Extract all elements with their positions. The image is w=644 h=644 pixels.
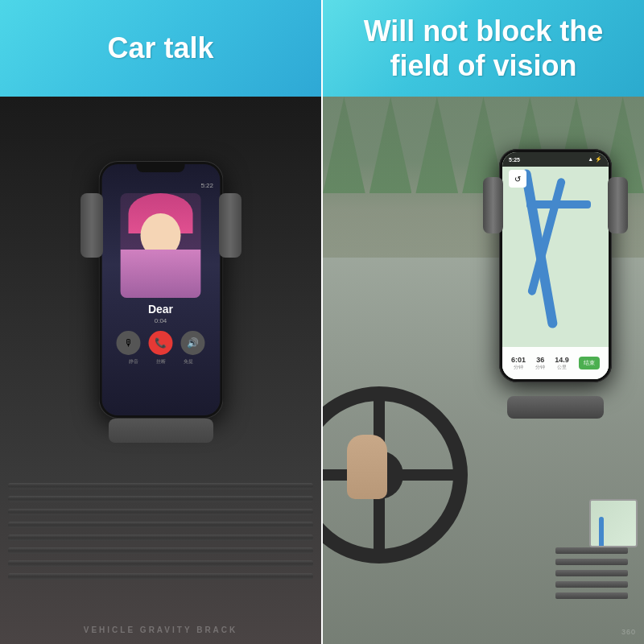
phone-holder-right: 5:25 ▲ ⚡ ↺ 6:01 分钟	[483, 137, 628, 443]
map-stat-dist-label: 公里	[557, 364, 567, 371]
phone-screen-right: 5:25 ▲ ⚡ ↺ 6:01 分钟	[502, 152, 609, 379]
right-vent-slat	[555, 547, 628, 554]
vent-slat	[8, 535, 313, 541]
avatar-outfit	[121, 250, 201, 298]
left-panel-title: Car talk	[107, 31, 213, 65]
right-panel-title: Will not block the field of vision	[364, 14, 604, 83]
map-stat-time-value: 6:01	[511, 356, 526, 364]
holder-arm-right	[219, 193, 242, 258]
right-holder-arm-left	[483, 177, 503, 233]
map-navigate-icon[interactable]: ↺	[509, 170, 526, 188]
main-container: Car talk	[0, 0, 644, 644]
caller-name: Dear	[148, 303, 173, 316]
vent-slat	[8, 547, 313, 554]
right-panel: Will not block the field of vision	[323, 0, 644, 644]
avatar-art	[121, 193, 201, 298]
mute-button[interactable]: 🎙	[117, 331, 141, 355]
vent-slats-right	[555, 547, 628, 612]
map-stat-eta-value: 36	[536, 356, 544, 364]
caller-avatar	[121, 193, 201, 298]
call-time: 5:22	[200, 182, 213, 189]
map-stat-time: 6:01 分钟	[511, 356, 526, 371]
holder-arm-left	[80, 193, 103, 258]
phone-holder-left: 5:22 Dear 0:04	[80, 145, 242, 451]
right-vent-slat	[555, 570, 628, 576]
right-vent-slat	[555, 581, 628, 588]
call-labels: 静音 挂断 免提	[129, 358, 193, 365]
vent-slat	[8, 483, 313, 489]
phone-notch	[137, 164, 185, 172]
hand	[347, 435, 387, 499]
map-time: 5:25	[509, 157, 520, 163]
left-watermark: VEHICLE GRAVITY BRACK	[0, 625, 321, 634]
phone-screen-left: 5:22 Dear 0:04	[101, 164, 220, 415]
vent-slat	[8, 522, 313, 528]
left-panel-header: Car talk	[0, 0, 321, 97]
speaker-icon: 🔊	[187, 337, 199, 349]
left-panel-image: 5:22 Dear 0:04	[0, 97, 321, 644]
map-stat-eta: 36 分钟	[535, 356, 545, 371]
speaker-label: 免提	[184, 358, 193, 365]
map-bottom-bar: 6:01 分钟 36 分钟 14.9 公里	[502, 347, 609, 379]
phone-device-right: 5:25 ▲ ⚡ ↺ 6:01 分钟	[499, 149, 612, 382]
left-panel: Car talk	[0, 0, 323, 644]
right-panel-image: 5:25 ▲ ⚡ ↺ 6:01 分钟	[323, 97, 644, 644]
hangup-icon: 📞	[155, 337, 167, 349]
map-screen: 5:25 ▲ ⚡ ↺ 6:01 分钟	[502, 152, 609, 379]
hangup-button[interactable]: 📞	[149, 331, 173, 355]
vent-slat	[8, 509, 313, 515]
right-vent-slat	[555, 592, 628, 599]
call-screen: 5:22 Dear 0:04	[101, 164, 220, 415]
phone-device-left: 5:22 Dear 0:04	[98, 161, 223, 419]
map-thumb-road	[599, 517, 604, 547]
vent-slat	[8, 573, 313, 580]
map-signal-icon: ▲ ⚡	[588, 156, 602, 163]
hangup-label: 挂断	[156, 358, 166, 365]
navigate-arrow-icon: ↺	[514, 175, 521, 184]
map-stat-dist-value: 14.9	[555, 356, 569, 364]
holder-bottom	[109, 419, 213, 443]
call-controls: 🎙 📞 🔊	[117, 331, 205, 355]
map-stat-eta-label: 分钟	[535, 364, 545, 371]
steering-spoke-horizontal	[323, 469, 453, 481]
mute-label: 静音	[129, 358, 138, 365]
map-stat-dist: 14.9 公里	[555, 356, 569, 371]
vent-slat	[8, 496, 313, 502]
vent-slats-left	[8, 483, 313, 580]
map-status-bar: 5:25 ▲ ⚡	[502, 152, 609, 167]
right-panel-header: Will not block the field of vision	[323, 0, 644, 97]
map-thumb-inner	[591, 501, 636, 546]
mute-icon: 🎙	[124, 337, 134, 349]
right-holder-arm-right	[608, 177, 628, 233]
arrive-button[interactable]: 结束	[579, 357, 600, 369]
right-vent-slat	[555, 559, 628, 565]
right-holder-bottom	[507, 396, 604, 419]
map-stat-time-label: 分钟	[514, 364, 523, 371]
map-thumbnail	[589, 499, 638, 547]
call-duration: 0:04	[155, 317, 167, 324]
right-watermark: 360	[621, 628, 636, 636]
speaker-button[interactable]: 🔊	[181, 331, 205, 355]
vent-slat	[8, 560, 313, 567]
